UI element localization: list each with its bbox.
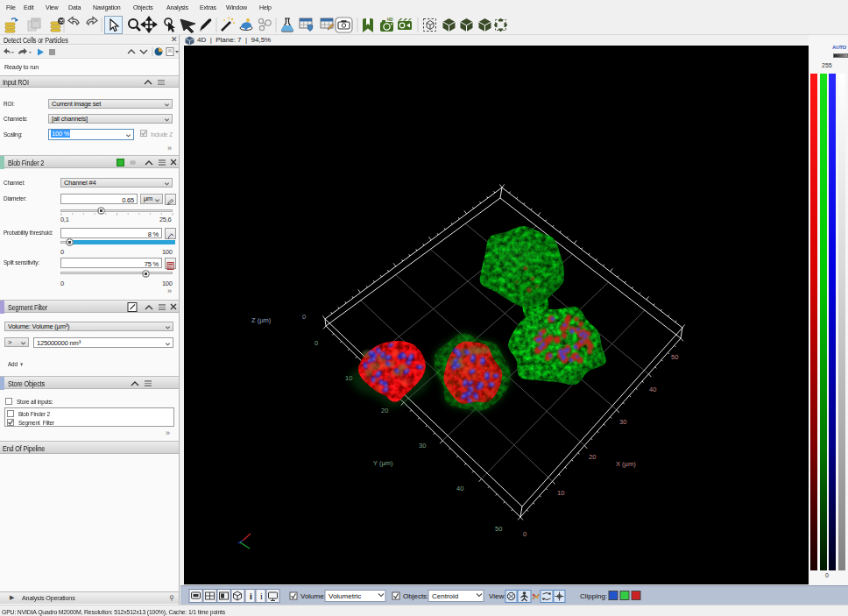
- svg-text:10: 10: [557, 489, 564, 497]
- svg-text:X (µm): X (µm): [616, 460, 636, 468]
- svg-text:20: 20: [589, 453, 596, 461]
- svg-text:0: 0: [523, 530, 526, 538]
- svg-text:i: i: [250, 591, 252, 601]
- svg-text:i: i: [260, 591, 263, 601]
- svg-text:20: 20: [381, 407, 388, 414]
- svg-text:30: 30: [619, 418, 626, 426]
- svg-text:30: 30: [419, 442, 426, 450]
- svg-text:Objects:: Objects:: [403, 592, 428, 600]
- svg-text:40: 40: [456, 485, 463, 492]
- svg-text:0: 0: [314, 339, 318, 347]
- svg-text:Volume:: Volume:: [300, 592, 326, 600]
- svg-text:50: 50: [495, 525, 502, 533]
- svg-text:View:: View:: [489, 592, 505, 600]
- svg-text:40: 40: [649, 386, 656, 393]
- svg-text:Clipping:: Clipping:: [580, 592, 607, 600]
- svg-text:HD: HD: [387, 18, 393, 22]
- svg-text:50: 50: [671, 353, 678, 361]
- svg-text:Centroid: Centroid: [432, 592, 458, 600]
- svg-text:0: 0: [302, 313, 306, 321]
- svg-text:Z (µm): Z (µm): [251, 316, 272, 324]
- svg-text:Volumetric: Volumetric: [329, 592, 361, 600]
- svg-text:Y (µm): Y (µm): [373, 459, 393, 467]
